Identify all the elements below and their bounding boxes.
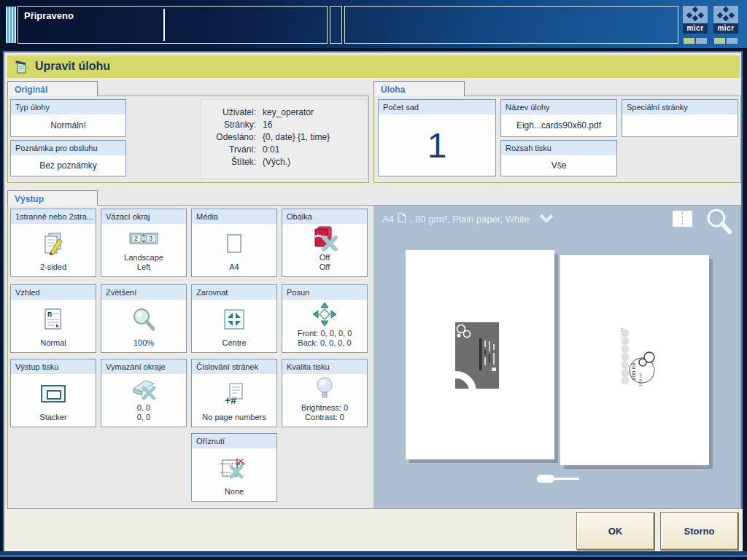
dialog-footer: OK Storno xyxy=(4,509,743,551)
option-page-numbers[interactable]: Číslování stránek +# No page numbers xyxy=(191,359,277,427)
option-print-quality[interactable]: Kvalita tisku Brightness: 0 Contrast: 0 xyxy=(282,359,368,427)
option-sides[interactable]: 1stranně nebo 2stra... 2-sided xyxy=(10,209,96,277)
info-row-duration: Trvání:0:01 xyxy=(201,144,367,156)
status-box: Připraveno xyxy=(18,6,328,44)
option-value: Normal xyxy=(11,338,96,352)
status-header: Připraveno micr xyxy=(0,0,747,48)
option-value: A4 xyxy=(192,262,276,276)
print-quality-icon xyxy=(282,374,367,403)
tab-output[interactable]: Výstup xyxy=(7,190,98,206)
micr-logo-icon: micr xyxy=(683,6,708,34)
edit-job-icon xyxy=(15,60,28,77)
option-edge-erase[interactable]: Vymazání okraje 0, 0 0, 0 xyxy=(101,359,187,427)
option-value: Centre xyxy=(192,338,276,352)
print-range-value: Vše xyxy=(501,155,616,176)
special-pages-button[interactable]: Speciální stránky xyxy=(622,99,738,137)
micr-status-indicator xyxy=(683,38,708,44)
option-value: Landscape Left xyxy=(101,253,186,276)
operator-note-value: Bez poznámky xyxy=(11,155,125,176)
option-value: Off Off xyxy=(282,253,367,276)
option-covers[interactable]: Obálka Off Off xyxy=(282,209,368,277)
option-label: Vymazání okraje xyxy=(101,359,186,374)
option-crop[interactable]: Oříznutí None xyxy=(191,433,277,502)
stacker-icon xyxy=(11,374,96,413)
micr-indicators: micr micr xyxy=(683,6,740,45)
page-title: Upravit úlohu xyxy=(35,60,110,73)
svg-text:100 ml: 100 ml xyxy=(638,373,643,386)
preview-panel: A4 , 80 g/m², Plain paper, White xyxy=(374,206,740,508)
two-sided-icon xyxy=(11,224,96,262)
option-label: 1stranně nebo 2stra... xyxy=(11,209,96,224)
page-icon xyxy=(398,212,406,225)
message-box xyxy=(344,6,678,44)
option-label: Vzhled xyxy=(11,285,96,300)
operator-note-label: Poznámka pro obsluhu xyxy=(11,141,125,155)
job-type-label: Typ úlohy xyxy=(11,100,125,114)
option-value: No page numbers xyxy=(192,413,276,427)
tab-original[interactable]: Originál xyxy=(7,81,98,96)
ok-button[interactable]: OK xyxy=(576,512,654,550)
info-row-pages: Stránky:16 xyxy=(201,119,367,131)
chevron-down-icon xyxy=(539,214,554,225)
preview-slider[interactable] xyxy=(537,475,554,483)
option-value: Front: 0, 0, 0, 0 Back: 0, 0, 0, 0 xyxy=(282,329,367,352)
edit-job-screen: Připraveno micr xyxy=(0,0,747,560)
option-label: Oříznutí xyxy=(192,434,276,448)
option-media[interactable]: Média A4 xyxy=(191,209,277,277)
media-selector[interactable]: A4 , 80 g/m², Plain paper, White xyxy=(382,212,554,225)
option-label: Výstup tisku xyxy=(11,359,96,374)
print-range-label: Rozsah tisku xyxy=(501,141,616,155)
info-row-user: Uživatel:key_operator xyxy=(201,106,367,119)
job-name-button[interactable]: Název úlohy Eigh...cards90x60.pdf xyxy=(500,99,617,137)
crop-icon xyxy=(192,448,276,487)
option-output-destination[interactable]: Výstup tisku Stacker xyxy=(10,359,96,427)
preview-page-back: 100 ml 100 ml xyxy=(560,255,709,465)
status-text: Připraveno xyxy=(24,10,74,21)
option-shift[interactable]: Posun Front: 0, 0, 0, 0 Back: 0, 0, 0, 0 xyxy=(282,284,368,353)
option-label: Vázací okraj xyxy=(101,209,186,224)
option-value: 100% xyxy=(101,338,186,352)
svg-text:B: B xyxy=(47,311,53,318)
cancel-button[interactable]: Storno xyxy=(660,512,738,550)
option-label: Posun xyxy=(282,285,367,300)
covers-off-icon xyxy=(282,224,367,253)
option-value: Stacker xyxy=(11,413,96,427)
svg-text:100 ml: 100 ml xyxy=(630,363,637,381)
special-pages-label: Speciální stránky xyxy=(622,100,738,114)
option-binding-edge[interactable]: Vázací okraj 2 3 Landscape Left xyxy=(101,209,187,277)
status-box-divider xyxy=(163,9,165,41)
zoom-preview-icon[interactable] xyxy=(705,208,733,240)
micr-status-indicator xyxy=(713,38,738,44)
set-count-label: Počet sad xyxy=(379,100,495,114)
option-label: Číslování stránek xyxy=(192,359,276,374)
tab-job[interactable]: Úloha xyxy=(374,81,465,96)
spread-view-icon[interactable] xyxy=(673,211,692,227)
window-bottom-edge xyxy=(0,557,747,560)
option-magnify[interactable]: Zvětšení 100% xyxy=(101,284,187,353)
set-count-button[interactable]: Počet sad 1 xyxy=(378,99,496,176)
option-align[interactable]: Zarovnat Centre xyxy=(191,284,277,353)
magnify-icon xyxy=(101,300,186,338)
binding-edge-icon: 2 3 xyxy=(101,224,186,253)
info-row-sent: Odesláno:{0, date} {1, time} xyxy=(201,131,367,144)
info-row-label: Štítek:(Vých.) xyxy=(201,156,367,168)
align-centre-icon xyxy=(192,300,276,338)
special-pages-value xyxy=(622,114,738,136)
operator-note-button[interactable]: Poznámka pro obsluhu Bez poznámky xyxy=(10,140,126,176)
job-type-button[interactable]: Typ úlohy Normální xyxy=(10,99,126,137)
image-shift-icon xyxy=(282,300,367,329)
svg-text:2: 2 xyxy=(134,235,138,242)
narrow-box xyxy=(330,6,342,44)
media-size: A4 xyxy=(382,214,394,225)
page-numbers-icon: +# xyxy=(192,374,276,413)
job-info-panel: Uživatel:key_operator Stránky:16 Odeslán… xyxy=(200,99,368,179)
micr-logo-icon: micr xyxy=(713,6,738,34)
layout-icon: B xyxy=(11,300,96,338)
set-count-value: 1 xyxy=(379,114,495,176)
option-value: 0, 0 0, 0 xyxy=(101,403,186,427)
option-value: None xyxy=(192,487,276,501)
media-page-icon xyxy=(192,224,276,262)
option-layout[interactable]: Vzhled B Normal xyxy=(10,284,96,353)
print-range-button[interactable]: Rozsah tisku Vše xyxy=(500,140,617,176)
job-name-label: Název úlohy xyxy=(501,100,616,114)
